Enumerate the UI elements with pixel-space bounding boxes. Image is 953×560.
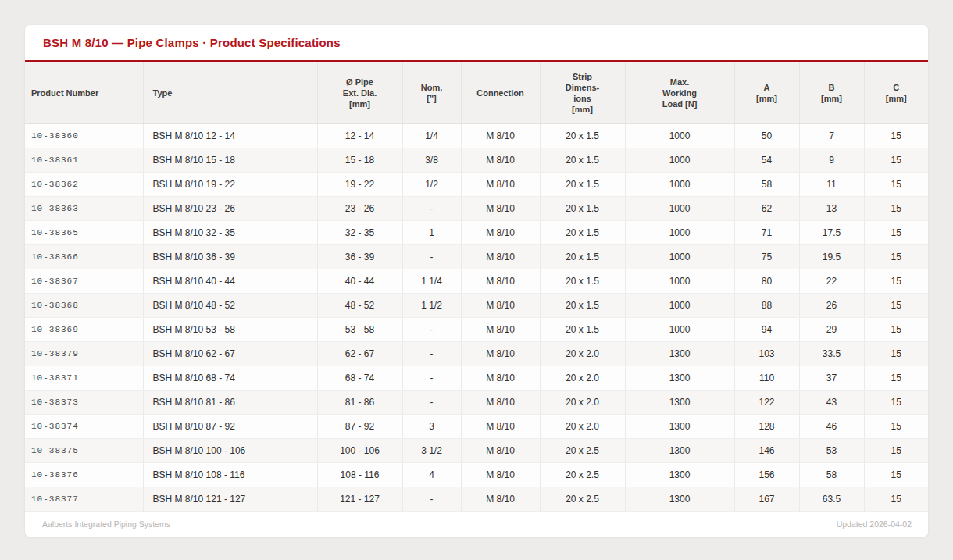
connection-cell: M 8/10 — [461, 293, 540, 317]
b-mm-cell: 29 — [799, 317, 864, 341]
strip-dimensions-cell: 20 x 1.5 — [540, 148, 625, 172]
strip-dimensions-cell: 20 x 1.5 — [540, 293, 625, 317]
footer-updated-text: Updated 2026-04-02 — [837, 519, 912, 529]
spec-table: Product NumberTypeØ Pipe Ext. Dia. [mm]N… — [25, 62, 928, 512]
product-number-cell: 10-38367 — [25, 269, 143, 293]
max-working-load-cell: 1300 — [625, 341, 734, 366]
type-cell: BSH M 8/10 108 - 116 — [143, 462, 317, 487]
table-row: 10-38366BSH M 8/10 36 - 3936 - 39-M 8/10… — [25, 244, 928, 269]
card-footer: Aalberts Integrated Piping Systems Updat… — [25, 512, 928, 537]
c-mm-cell: 15 — [864, 269, 928, 293]
connection-cell: M 8/10 — [461, 172, 540, 196]
nominal-cell: 1 1/4 — [402, 269, 461, 293]
type-cell: BSH M 8/10 100 - 106 — [143, 438, 317, 462]
product-number-cell: 10-38366 — [25, 244, 143, 269]
footer-brand-text: Aalberts Integrated Piping Systems — [42, 519, 170, 529]
strip-dimensions-cell: 20 x 1.5 — [540, 220, 625, 244]
type-cell: BSH M 8/10 62 - 67 — [143, 341, 317, 366]
table-row: 10-38376BSH M 8/10 108 - 116108 - 1164M … — [25, 462, 928, 487]
b-mm-cell: 58 — [799, 462, 864, 487]
table-row: 10-38365BSH M 8/10 32 - 3532 - 351M 8/10… — [25, 220, 928, 244]
table-row: 10-38367BSH M 8/10 40 - 4440 - 441 1/4M … — [25, 269, 928, 293]
c-mm-cell: 15 — [864, 462, 928, 487]
max-working-load-cell: 1000 — [625, 123, 734, 148]
strip-dimensions-cell: 20 x 1.5 — [540, 244, 625, 269]
pipe-ext-dia-cell: 48 - 52 — [317, 293, 402, 317]
product-number-cell: 10-38363 — [25, 196, 143, 220]
table-row: 10-38379BSH M 8/10 62 - 6762 - 67-M 8/10… — [25, 341, 928, 366]
b-mm-cell: 53 — [799, 438, 864, 462]
strip-dimensions-cell: 20 x 2.0 — [540, 366, 625, 390]
nominal-cell: 3 — [402, 414, 461, 438]
b-mm-cell: 7 — [799, 123, 864, 148]
pipe-ext-dia-cell: 23 - 26 — [317, 196, 402, 220]
product-number-cell: 10-38374 — [25, 414, 143, 438]
c-mm-cell: 15 — [864, 341, 928, 366]
b-mm-cell: 46 — [799, 414, 864, 438]
a-mm-cell: 50 — [734, 123, 799, 148]
nominal-cell: - — [402, 366, 461, 390]
product-number-cell: 10-38368 — [25, 293, 143, 317]
c-mm-cell: 15 — [864, 438, 928, 462]
max-working-load-cell: 1300 — [625, 390, 734, 414]
pipe-ext-dia-cell: 81 - 86 — [317, 390, 402, 414]
b-mm-cell: 17.5 — [799, 220, 864, 244]
connection-cell: M 8/10 — [461, 487, 540, 511]
nominal-cell: - — [402, 390, 461, 414]
product-number-cell: 10-38369 — [25, 317, 143, 341]
b-mm-cell: 63.5 — [799, 487, 864, 511]
a-mm-cell: 103 — [734, 341, 799, 366]
a-mm-cell: 71 — [734, 220, 799, 244]
b-mm-cell: 37 — [799, 366, 864, 390]
table-row: 10-38361BSH M 8/10 15 - 1815 - 183/8M 8/… — [25, 148, 928, 172]
pipe-ext-dia-cell: 87 - 92 — [317, 414, 402, 438]
a-mm-cell: 54 — [734, 148, 799, 172]
nominal-cell: 1/4 — [402, 123, 461, 148]
max-working-load-cell: 1300 — [625, 414, 734, 438]
nominal-cell: - — [402, 487, 461, 511]
max-working-load-cell: 1000 — [625, 220, 734, 244]
page-title: BSH M 8/10 — Pipe Clamps · Product Speci… — [25, 25, 928, 60]
pipe-ext-dia-cell: 62 - 67 — [317, 341, 402, 366]
max-working-load-cell: 1000 — [625, 244, 734, 269]
product-number-cell: 10-38379 — [25, 341, 143, 366]
max-working-load-cell: 1000 — [625, 148, 734, 172]
a-mm-cell: 156 — [734, 462, 799, 487]
connection-cell: M 8/10 — [461, 123, 540, 148]
type-cell: BSH M 8/10 32 - 35 — [143, 220, 317, 244]
pipe-ext-dia-cell: 12 - 14 — [317, 123, 402, 148]
type-cell: BSH M 8/10 81 - 86 — [143, 390, 317, 414]
table-row: 10-38368BSH M 8/10 48 - 5248 - 521 1/2M … — [25, 293, 928, 317]
type-cell: BSH M 8/10 68 - 74 — [143, 366, 317, 390]
product-number-cell: 10-38376 — [25, 462, 143, 487]
nominal-cell: - — [402, 244, 461, 269]
max-working-load-cell: 1000 — [625, 293, 734, 317]
nominal-cell: 4 — [402, 462, 461, 487]
column-header-pipe-ext-dia: Ø Pipe Ext. Dia. [mm] — [317, 62, 402, 123]
b-mm-cell: 43 — [799, 390, 864, 414]
a-mm-cell: 167 — [734, 487, 799, 511]
c-mm-cell: 15 — [864, 148, 928, 172]
column-header-max-working-load: Max. Working Load [N] — [625, 62, 734, 123]
a-mm-cell: 110 — [734, 366, 799, 390]
max-working-load-cell: 1300 — [625, 487, 734, 511]
b-mm-cell: 22 — [799, 269, 864, 293]
strip-dimensions-cell: 20 x 1.5 — [540, 317, 625, 341]
nominal-cell: 1/2 — [402, 172, 461, 196]
connection-cell: M 8/10 — [461, 269, 540, 293]
type-cell: BSH M 8/10 19 - 22 — [143, 172, 317, 196]
type-cell: BSH M 8/10 48 - 52 — [143, 293, 317, 317]
c-mm-cell: 15 — [864, 414, 928, 438]
product-number-cell: 10-38360 — [25, 123, 143, 148]
c-mm-cell: 15 — [864, 293, 928, 317]
c-mm-cell: 15 — [864, 123, 928, 148]
max-working-load-cell: 1300 — [625, 438, 734, 462]
max-working-load-cell: 1000 — [625, 317, 734, 341]
c-mm-cell: 15 — [864, 220, 928, 244]
product-number-cell: 10-38375 — [25, 438, 143, 462]
nominal-cell: - — [402, 317, 461, 341]
nominal-cell: 1 — [402, 220, 461, 244]
connection-cell: M 8/10 — [461, 438, 540, 462]
nominal-cell: 1 1/2 — [402, 293, 461, 317]
table-row: 10-38362BSH M 8/10 19 - 2219 - 221/2M 8/… — [25, 172, 928, 196]
